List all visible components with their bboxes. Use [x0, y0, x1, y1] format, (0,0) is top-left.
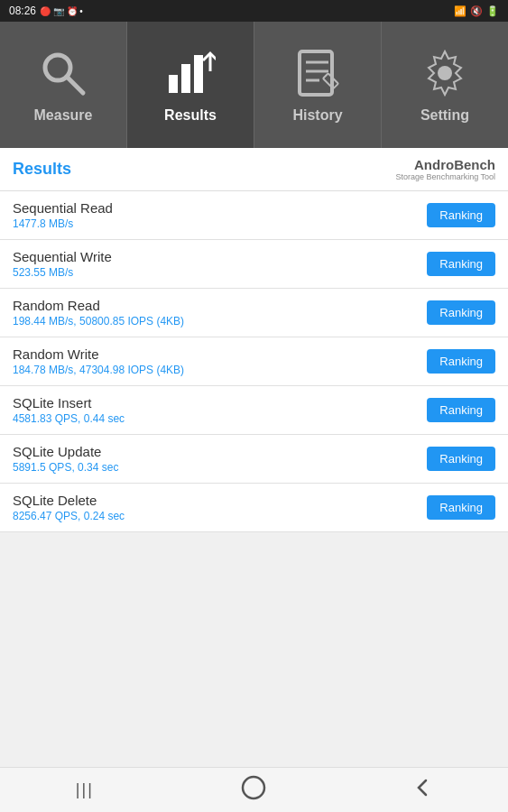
- tab-history[interactable]: History: [254, 22, 382, 148]
- result-info: Random Read 198.44 MB/s, 50800.85 IOPS (…: [13, 298, 184, 328]
- result-value: 1477.8 MB/s: [13, 217, 113, 230]
- status-icons: 📶 🔇 🔋: [454, 5, 499, 17]
- home-icon: [241, 775, 266, 806]
- svg-point-11: [438, 66, 452, 80]
- nav-tabs: Measure Results: [0, 22, 508, 148]
- wifi-icon: 🔇: [470, 5, 483, 17]
- tab-setting-label: Setting: [420, 107, 469, 124]
- result-info: SQLite Insert 4581.83 QPS, 0.44 sec: [13, 395, 125, 425]
- androbench-logo: AndroBench Storage Benchmarking Tool: [396, 157, 495, 181]
- table-row: Sequential Write 523.55 MB/s Ranking: [0, 240, 508, 289]
- tab-setting[interactable]: Setting: [382, 22, 508, 148]
- ranking-button[interactable]: Ranking: [427, 252, 495, 276]
- table-row: Sequential Read 1477.8 MB/s Ranking: [0, 191, 508, 240]
- table-row: Random Write 184.78 MB/s, 47304.98 IOPS …: [0, 337, 508, 386]
- status-time-area: 08:26 🔴 📷 ⏰ •: [9, 5, 83, 17]
- results-title: Results: [13, 160, 71, 179]
- result-info: Random Write 184.78 MB/s, 47304.98 IOPS …: [13, 346, 184, 376]
- brand-sub: Storage Benchmarking Tool: [396, 172, 495, 181]
- tab-history-label: History: [292, 107, 342, 124]
- result-name: SQLite Update: [13, 444, 118, 459]
- back-button[interactable]: [396, 772, 450, 808]
- ranking-button[interactable]: Ranking: [427, 300, 495, 325]
- tab-results-label: Results: [164, 107, 217, 124]
- results-icon: [163, 46, 217, 100]
- measure-icon: [36, 46, 90, 100]
- result-info: SQLite Delete 8256.47 QPS, 0.24 sec: [13, 493, 125, 522]
- result-info: SQLite Update 5891.5 QPS, 0.34 sec: [13, 444, 118, 474]
- bottom-nav: |||: [0, 767, 508, 812]
- result-name: SQLite Delete: [13, 493, 125, 508]
- result-value: 8256.47 QPS, 0.24 sec: [13, 510, 125, 522]
- recents-button[interactable]: |||: [58, 772, 112, 808]
- recents-icon: |||: [76, 780, 94, 799]
- result-info: Sequential Write 523.55 MB/s: [13, 249, 112, 279]
- result-value: 5891.5 QPS, 0.34 sec: [13, 461, 118, 474]
- table-row: Random Read 198.44 MB/s, 50800.85 IOPS (…: [0, 289, 508, 337]
- svg-rect-6: [300, 51, 332, 95]
- result-list: Sequential Read 1477.8 MB/s Ranking Sequ…: [0, 191, 508, 767]
- result-info: Sequential Read 1477.8 MB/s: [13, 200, 113, 230]
- result-name: Random Write: [13, 346, 184, 362]
- result-name: Sequential Write: [13, 249, 112, 264]
- home-button[interactable]: [226, 772, 281, 808]
- table-row: SQLite Delete 8256.47 QPS, 0.24 sec Rank…: [0, 484, 508, 532]
- tab-measure[interactable]: Measure: [0, 22, 127, 148]
- svg-point-12: [243, 777, 264, 798]
- svg-rect-4: [194, 55, 203, 93]
- brand-name: AndroBench: [414, 157, 495, 172]
- table-row: SQLite Insert 4581.83 QPS, 0.44 sec Rank…: [0, 386, 508, 435]
- ranking-button[interactable]: Ranking: [427, 349, 495, 374]
- status-time: 08:26: [9, 5, 36, 17]
- ranking-button[interactable]: Ranking: [427, 447, 495, 471]
- notification-icons: 🔴 📷 ⏰ •: [40, 6, 83, 16]
- tab-results[interactable]: Results: [127, 22, 254, 148]
- svg-rect-3: [181, 64, 190, 93]
- result-value: 4581.83 QPS, 0.44 sec: [13, 412, 125, 425]
- result-value: 184.78 MB/s, 47304.98 IOPS (4KB): [13, 364, 184, 376]
- ranking-button[interactable]: Ranking: [427, 495, 495, 520]
- ranking-button[interactable]: Ranking: [427, 398, 495, 422]
- back-icon: [412, 777, 434, 803]
- result-value: 523.55 MB/s: [13, 266, 112, 279]
- result-name: Sequential Read: [13, 200, 113, 216]
- ranking-button[interactable]: Ranking: [427, 203, 495, 227]
- status-bar: 08:26 🔴 📷 ⏰ • 📶 🔇 🔋: [0, 0, 508, 22]
- table-row: SQLite Update 5891.5 QPS, 0.34 sec Ranki…: [0, 435, 508, 484]
- results-header: Results AndroBench Storage Benchmarking …: [0, 148, 508, 191]
- signal-icon: 📶: [454, 5, 466, 17]
- result-value: 198.44 MB/s, 50800.85 IOPS (4KB): [13, 315, 184, 328]
- svg-rect-2: [169, 75, 178, 93]
- result-name: Random Read: [13, 298, 184, 313]
- setting-icon: [418, 46, 472, 100]
- content-area: Results AndroBench Storage Benchmarking …: [0, 148, 508, 767]
- battery-icon: 🔋: [486, 5, 499, 17]
- result-name: SQLite Insert: [13, 395, 125, 411]
- tab-measure-label: Measure: [34, 107, 93, 124]
- svg-line-1: [67, 77, 83, 93]
- history-icon: [291, 46, 345, 100]
